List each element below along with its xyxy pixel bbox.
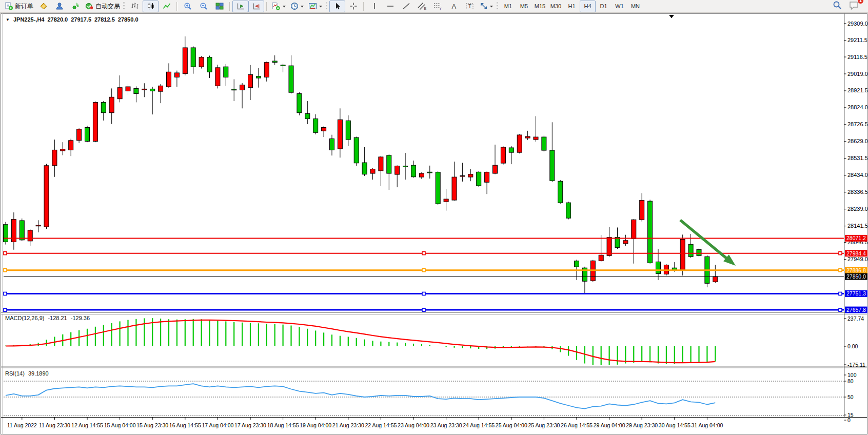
line-handle[interactable] [422, 292, 425, 295]
horizontal-line-button[interactable] [382, 1, 398, 12]
new-order-button-label: 新订单 [15, 2, 33, 11]
candle-body [688, 244, 693, 256]
macd-main-value: -128.21 [48, 315, 67, 321]
tf-h1[interactable]: H1 [564, 1, 580, 12]
time-axis-label: 25 Aug 04:00 [496, 422, 527, 428]
candles-chart-button[interactable] [143, 1, 159, 12]
time-axis-label: 17 Aug 04:00 [202, 422, 233, 428]
tf-m1[interactable]: M1 [500, 1, 516, 12]
price-axis-label: 28434.0 [847, 172, 868, 178]
macd-axis-label: -175.11 [847, 362, 865, 368]
candle-body [215, 68, 220, 86]
line-chart-button[interactable] [159, 1, 174, 12]
price-axis-label: 29116.5 [847, 54, 867, 60]
candle-body [305, 113, 310, 118]
line-handle[interactable] [422, 308, 425, 311]
deposit-button[interactable] [35, 1, 51, 12]
candle-body [330, 139, 334, 150]
text-label-button[interactable]: T [462, 1, 478, 12]
new-order-button[interactable]: 新订单 [3, 1, 35, 12]
candle-body [542, 137, 546, 150]
tile-windows-button[interactable] [211, 1, 227, 12]
price-axis-label: 28141.5 [847, 223, 868, 229]
auto-scroll-button[interactable] [232, 1, 248, 12]
symbol-dropdown-icon[interactable]: ▼ [6, 17, 10, 22]
toolbar-separator [363, 2, 364, 11]
high-value: 27917.5 [71, 16, 91, 23]
periods-button[interactable] [288, 1, 306, 12]
pane-separator[interactable] [1, 313, 867, 314]
line-handle[interactable] [839, 252, 842, 255]
tf-m30[interactable]: M30 [548, 1, 564, 12]
time-axis-label: 26 Aug 14:55 [561, 422, 593, 428]
templates-button[interactable] [306, 1, 325, 12]
chat-button[interactable]: 1 [849, 1, 860, 12]
text-button[interactable]: A [446, 1, 462, 12]
time-axis-label: 24 Aug 14:55 [463, 422, 495, 428]
price-axis-label: 29309.0 [847, 21, 868, 27]
community-button[interactable] [51, 1, 67, 12]
line-handle[interactable] [839, 292, 842, 295]
equidistant-channel-button[interactable]: E [414, 1, 430, 12]
time-axis-label: 15 Aug 04:00 [104, 422, 136, 428]
bars-chart-button[interactable] [127, 1, 143, 12]
candle-body [240, 85, 245, 90]
tf-d1[interactable]: D1 [596, 1, 611, 12]
candle-body [452, 177, 457, 200]
tile-windows-icon [215, 2, 224, 10]
chart-shift-button[interactable] [248, 1, 264, 12]
line-handle[interactable] [4, 252, 7, 255]
zoom-in-button[interactable] [180, 1, 195, 12]
caret-down-icon [319, 2, 323, 10]
line-handle[interactable] [4, 269, 7, 272]
tf-m5-label: M5 [520, 3, 528, 9]
price-axis-label: 27949.0 [847, 256, 868, 262]
price-line-tag-label: 27984.4 [846, 250, 866, 256]
candle-body [313, 119, 318, 133]
clock-icon [290, 2, 299, 10]
candle-body [322, 127, 326, 131]
tf-h4[interactable]: H4 [580, 1, 596, 12]
line-handle[interactable] [839, 269, 842, 272]
candle-body [444, 199, 448, 202]
svg-text:A: A [451, 3, 456, 10]
macd-name: MACD(12,26,9) [5, 315, 44, 321]
line-handle[interactable] [422, 269, 425, 272]
crosshair-icon [349, 2, 358, 10]
pane-separator[interactable] [1, 366, 867, 368]
line-handle[interactable] [839, 308, 842, 311]
candle-body [52, 150, 57, 165]
main-toolbar: 新订单自动交易EFATM1M5M15M30H1H4D1W1MN1 [0, 0, 868, 13]
fibonacci-button[interactable]: F [430, 1, 446, 12]
line-handle[interactable] [4, 308, 7, 311]
vertical-line-button[interactable] [366, 1, 382, 12]
autotrading-button[interactable]: 自动交易 [83, 1, 122, 12]
candle-body [623, 241, 628, 244]
search-button[interactable] [833, 1, 842, 12]
search-icon [833, 1, 842, 12]
chart-window [1, 14, 867, 434]
indicators-button[interactable] [269, 1, 288, 12]
trendline-button[interactable] [398, 1, 414, 12]
tf-m15[interactable]: M15 [532, 1, 548, 12]
vline-icon [370, 2, 379, 10]
candle-body [566, 203, 571, 218]
tf-m5[interactable]: M5 [516, 1, 532, 12]
line-handle[interactable] [4, 292, 7, 295]
crosshair-button[interactable] [345, 1, 361, 12]
line-handle[interactable] [422, 252, 425, 255]
signals-button[interactable] [67, 1, 83, 12]
time-axis-label: 31 Aug 04:00 [691, 422, 723, 428]
tf-w1[interactable]: W1 [611, 1, 627, 12]
candle-body [615, 237, 620, 247]
cursor-button[interactable] [329, 1, 345, 12]
arrows-button[interactable] [478, 1, 496, 12]
rsi-axis-label: 100 [847, 372, 857, 378]
template-icon [308, 2, 317, 10]
rsi-axis-label: 0 [847, 417, 851, 423]
candle-body [460, 175, 465, 176]
zoom-out-button[interactable] [195, 1, 211, 12]
indicators-icon [271, 2, 281, 10]
tf-mn[interactable]: MN [627, 1, 643, 12]
chart-area[interactable]: 29309.029211.529116.529019.028921.528824… [0, 0, 868, 435]
